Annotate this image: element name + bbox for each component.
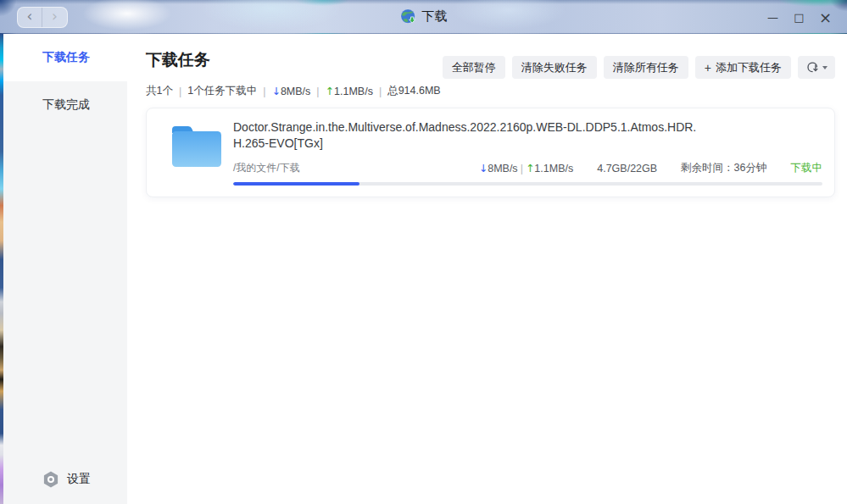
global-down-speed: ↓8MB/s — [271, 85, 310, 97]
sidebar-settings[interactable]: 设置 — [3, 455, 127, 504]
sidebar: 下载任务 下载完成 设置 — [3, 34, 127, 504]
sidebar-item-label: 下载任务 — [42, 50, 90, 65]
task-meta-right: ↓8MB/s|↑1.1MB/s 4.7GB/22GB 剩余时间：36分钟 下载中 — [479, 161, 822, 175]
download-globe-icon — [400, 8, 416, 25]
task-size: 4.7GB/22GB — [597, 163, 657, 174]
sort-by-time-icon — [806, 61, 819, 74]
folder-icon — [160, 119, 233, 171]
minimize-button[interactable]: — — [760, 4, 786, 30]
window-title: 下载 — [422, 8, 448, 25]
separator: | — [518, 163, 526, 174]
add-download-task-button[interactable]: + 添加下载任务 — [695, 56, 791, 79]
task-remaining-time: 剩余时间：36分钟 — [681, 161, 766, 175]
window-controls: — □ × — [760, 0, 839, 34]
app-window: ‹ › 下载 — □ — [0, 0, 847, 504]
main-header: 下载任务 全部暂停 清除失败任务 清除所有任务 + 添加下载任务 — [146, 49, 835, 79]
chevron-right-icon: › — [52, 9, 58, 24]
task-body: Doctor.Strange.in.the.Multiverse.of.Madn… — [233, 119, 822, 186]
forward-button[interactable]: › — [42, 8, 67, 27]
upload-arrow-icon: ↑ — [526, 162, 534, 174]
download-arrow-icon: ↓ — [271, 85, 280, 97]
pause-all-button[interactable]: 全部暂停 — [443, 56, 505, 79]
settings-label: 设置 — [67, 472, 91, 487]
active-task-count: 1个任务下载中 — [187, 84, 257, 98]
chevron-left-icon: ‹ — [27, 9, 33, 24]
plus-icon: + — [705, 61, 711, 75]
window-content: 下载任务 下载完成 设置 下载任务 — [0, 34, 847, 504]
separator: | — [316, 86, 319, 97]
close-icon: × — [819, 8, 832, 26]
separator: | — [179, 86, 181, 97]
minimize-icon: — — [767, 11, 778, 24]
separator: | — [379, 86, 382, 97]
task-path: /我的文件/下载 — [233, 161, 300, 175]
clear-all-button[interactable]: 清除所有任务 — [604, 56, 688, 79]
task-meta: /我的文件/下载 ↓8MB/s|↑1.1MB/s 4.7GB/22GB 剩余时间… — [233, 161, 822, 175]
download-arrow-icon: ↓ — [479, 162, 488, 174]
window-title-group: 下载 — [400, 8, 448, 25]
progress-bar — [233, 182, 822, 186]
sidebar-item-label: 下载完成 — [42, 97, 90, 113]
sidebar-item-download-complete[interactable]: 下载完成 — [3, 81, 127, 129]
toolbar: 全部暂停 清除失败任务 清除所有任务 + 添加下载任务 — [443, 56, 835, 79]
progress-fill — [233, 182, 359, 186]
maximize-icon: □ — [794, 11, 804, 24]
download-task-row[interactable]: Doctor.Strange.in.the.Multiverse.of.Madn… — [146, 108, 835, 197]
clear-failed-label: 清除失败任务 — [521, 60, 588, 75]
upload-arrow-icon: ↑ — [326, 85, 334, 97]
task-status-badge: 下载中 — [791, 161, 823, 175]
header-left: 下载任务 — [146, 49, 210, 71]
maximize-button[interactable]: □ — [786, 4, 812, 30]
chevron-down-icon — [822, 66, 827, 69]
titlebar: ‹ › 下载 — □ — [0, 0, 847, 34]
pause-all-label: 全部暂停 — [452, 60, 496, 75]
clear-failed-button[interactable]: 清除失败任务 — [512, 56, 597, 79]
task-count: 共1个 — [146, 84, 173, 98]
global-up-speed: ↑1.1MB/s — [326, 85, 373, 97]
separator: | — [263, 86, 265, 97]
page-title: 下载任务 — [146, 49, 210, 71]
sidebar-item-download-tasks[interactable]: 下载任务 — [3, 34, 127, 81]
gear-icon — [42, 471, 59, 488]
add-task-label: 添加下载任务 — [716, 60, 782, 75]
main-panel: 下载任务 全部暂停 清除失败任务 清除所有任务 + 添加下载任务 — [127, 34, 847, 504]
back-button[interactable]: ‹ — [18, 8, 42, 27]
total-size: 总914.6MB — [387, 84, 441, 98]
clear-all-label: 清除所有任务 — [613, 60, 679, 75]
stats-bar: 共1个 | 1个任务下载中 | ↓8MB/s | ↑1.1MB/s | 总914… — [146, 84, 835, 98]
nav-buttons: ‹ › — [17, 7, 68, 28]
close-button[interactable]: × — [812, 4, 839, 30]
task-name: Doctor.Strange.in.the.Multiverse.of.Madn… — [233, 119, 701, 152]
sort-order-button[interactable] — [798, 56, 835, 79]
task-speeds: ↓8MB/s|↑1.1MB/s — [479, 162, 574, 174]
